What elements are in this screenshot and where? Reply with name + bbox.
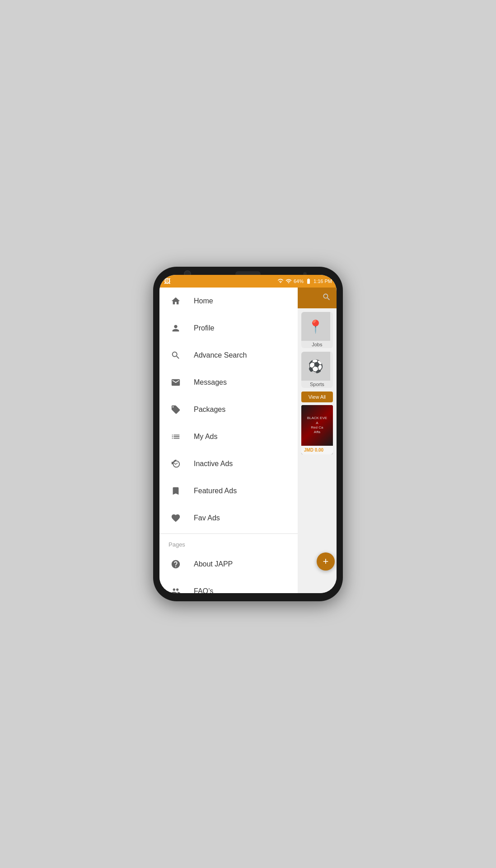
bookmark-icon	[168, 484, 183, 498]
menu-label-fav-ads: Fav Ads	[194, 514, 220, 522]
menu-label-inactive-ads: Inactive Ads	[194, 460, 233, 468]
menu-label-messages: Messages	[194, 378, 227, 387]
menu-item-advance-search[interactable]: Advance Search	[159, 342, 298, 369]
battery-text: 64%	[294, 278, 304, 284]
heart-icon	[168, 511, 183, 525]
inactive-icon	[168, 457, 183, 471]
section-header-pages: Pages	[159, 536, 298, 551]
menu-label-home: Home	[194, 297, 213, 305]
fab-button[interactable]: +	[317, 552, 335, 571]
menu-label-profile: Profile	[194, 324, 214, 332]
section-divider-1	[159, 533, 298, 534]
featured-price: JMD 0.00	[301, 446, 333, 454]
category-card-sports[interactable]: ⚽ Sports	[301, 352, 333, 388]
app-categories: 📍 Jobs ⚽ Sports View All BLACK EVEARed C…	[298, 308, 337, 458]
menu-label-packages: Packages	[194, 406, 225, 414]
phone-screen: 🖼 64% 1:16 PM	[159, 275, 337, 593]
menu-item-fav-ads[interactable]: Fav Ads	[159, 505, 298, 532]
menu-label-advance-search: Advance Search	[194, 351, 247, 359]
time-text: 1:16 PM	[314, 278, 332, 284]
home-icon	[168, 294, 183, 308]
menu-item-messages[interactable]: Messages	[159, 369, 298, 396]
help-circle-icon	[168, 557, 183, 571]
toolbar-search-icon[interactable]	[322, 292, 331, 304]
person-icon	[168, 321, 183, 335]
app-toolbar	[298, 288, 337, 308]
menu-item-faq[interactable]: FAQ’s	[159, 578, 298, 593]
menu-item-about[interactable]: About JAPP	[159, 551, 298, 578]
menu-label-my-ads: My Ads	[194, 433, 217, 441]
menu-label-about: About JAPP	[194, 560, 233, 568]
main-app-content: 📍 Jobs ⚽ Sports View All BLACK EVEARed C…	[298, 288, 337, 593]
menu-label-featured-ads: Featured Ads	[194, 487, 237, 495]
category-label-jobs: Jobs	[301, 341, 333, 348]
view-all-button[interactable]: View All	[301, 392, 333, 402]
mail-icon	[168, 375, 183, 390]
menu-item-profile[interactable]: Profile	[159, 315, 298, 342]
status-left: 🖼	[164, 278, 170, 285]
menu-item-packages[interactable]: Packages	[159, 396, 298, 423]
category-label-sports: Sports	[301, 381, 333, 388]
status-right: 64% 1:16 PM	[277, 278, 332, 284]
category-img-sports: ⚽	[301, 352, 330, 381]
list-icon	[168, 429, 183, 444]
menu-item-home[interactable]: Home	[159, 288, 298, 315]
status-bar: 🖼 64% 1:16 PM	[159, 275, 337, 288]
menu-item-featured-ads[interactable]: Featured Ads	[159, 477, 298, 505]
menu-label-faq: FAQ’s	[194, 587, 213, 593]
featured-card[interactable]: BLACK EVEARed CaAffa JMD 0.00	[301, 405, 333, 454]
navigation-drawer: Home Profile Advance Search	[159, 288, 298, 593]
content-area: Home Profile Advance Search	[159, 288, 337, 593]
category-img-jobs: 📍	[301, 312, 330, 341]
featured-img: BLACK EVEARed CaAffa	[301, 405, 333, 446]
tag-icon	[168, 402, 183, 417]
category-card-jobs[interactable]: 📍 Jobs	[301, 312, 333, 348]
menu-item-inactive-ads[interactable]: Inactive Ads	[159, 450, 298, 477]
people-icon	[168, 584, 183, 593]
search-icon	[168, 348, 183, 363]
phone-frame: 🖼 64% 1:16 PM	[153, 267, 343, 601]
menu-item-my-ads[interactable]: My Ads	[159, 423, 298, 450]
